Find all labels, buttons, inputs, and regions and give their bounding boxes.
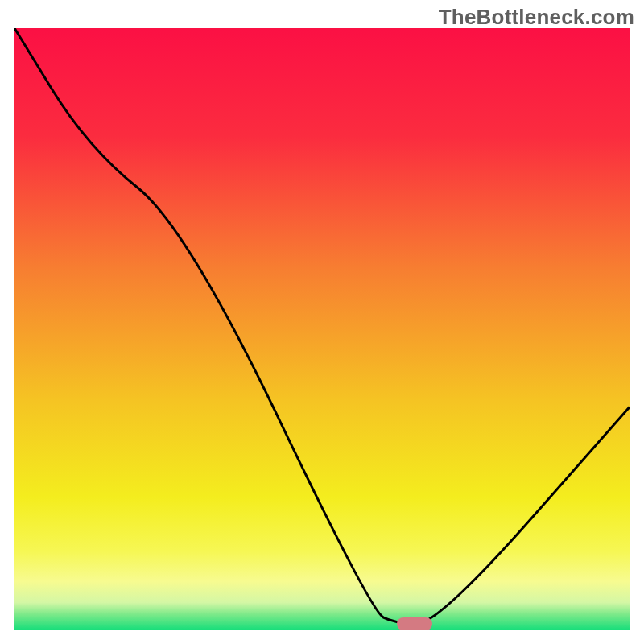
plot-area <box>14 28 630 630</box>
svg-rect-0 <box>14 28 630 630</box>
chart-container: TheBottleneck.com <box>0 0 644 644</box>
watermark-label: TheBottleneck.com <box>439 5 634 30</box>
heat-gradient-background <box>14 28 630 630</box>
